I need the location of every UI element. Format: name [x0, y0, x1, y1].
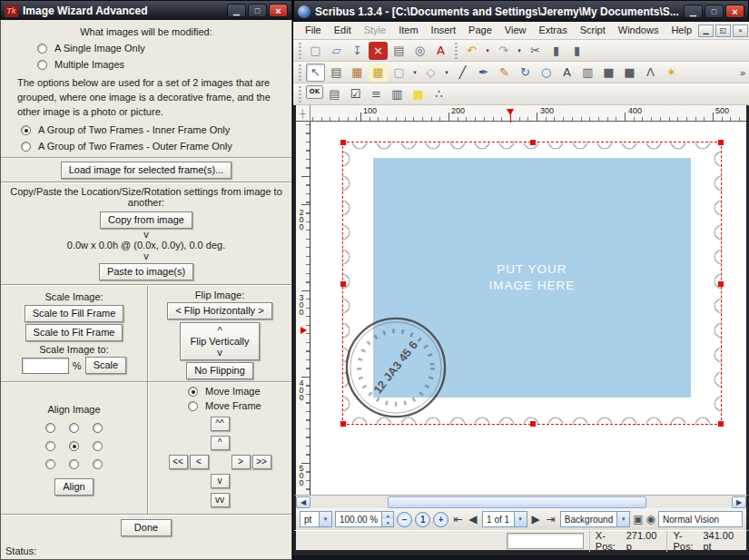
align-middle-right-radio[interactable]: [93, 441, 103, 451]
menu-help[interactable]: Help: [665, 24, 698, 37]
selection-handle[interactable]: [340, 281, 346, 287]
selection-handle[interactable]: [718, 421, 724, 427]
toolbar-grip[interactable]: [453, 43, 459, 59]
unlink-frames-icon[interactable]: ■: [620, 64, 639, 82]
zoom-spinbox[interactable]: 100.00 % ▲▼: [335, 511, 394, 527]
scale-fill-button[interactable]: Scale to Fill Frame: [25, 305, 124, 322]
zoom-tool-icon[interactable]: ○: [537, 64, 556, 82]
unit-select[interactable]: pt ▾: [300, 511, 332, 527]
toolbar-grip[interactable]: [297, 43, 303, 59]
align-bottom-center-radio[interactable]: [69, 459, 79, 469]
selection-handle[interactable]: [718, 140, 724, 145]
horizontal-scrollbar[interactable]: ◀ ▶: [293, 495, 749, 508]
vertical-ruler[interactable]: 200 300 400 500: [296, 122, 310, 495]
insert-table-icon[interactable]: ▦: [369, 64, 388, 82]
insert-polygon-icon[interactable]: ◇: [421, 64, 440, 82]
bezier-curve-icon[interactable]: ✒: [474, 64, 493, 82]
cut-icon[interactable]: ✂: [526, 42, 545, 60]
toolbar-grip[interactable]: [297, 86, 303, 103]
minimize-button[interactable]: ▁: [684, 5, 703, 18]
close-document-icon[interactable]: ×: [369, 42, 388, 60]
insert-line-icon[interactable]: ╱: [453, 64, 472, 82]
shape-dropdown-icon[interactable]: ▾: [410, 64, 419, 82]
menu-extras[interactable]: Extras: [532, 24, 573, 37]
menu-insert[interactable]: Insert: [425, 24, 463, 37]
wizard-minimize-button[interactable]: ▁: [227, 4, 246, 17]
copy-from-image-button[interactable]: Copy from image: [100, 211, 192, 229]
layer-select[interactable]: Background ▾: [560, 511, 630, 527]
toolbar-overflow-chevron[interactable]: »: [740, 67, 745, 78]
wizard-titlebar[interactable]: Tk Image Wizard Advanced ▁ □ ×: [0, 0, 292, 20]
menu-edit[interactable]: Edit: [328, 24, 358, 37]
menu-script[interactable]: Script: [574, 24, 612, 37]
outer-frame-radio[interactable]: [21, 142, 31, 152]
zoom-spin-down-icon[interactable]: ▼: [382, 519, 393, 526]
undo-icon[interactable]: ↶: [462, 42, 481, 60]
move-up-fast-button[interactable]: ^^: [211, 417, 230, 431]
ruler-origin-box[interactable]: ┼: [296, 105, 310, 122]
align-middle-left-radio[interactable]: [45, 441, 55, 451]
insert-shape-icon[interactable]: ▢: [389, 64, 409, 82]
mdi-close-button[interactable]: ×: [733, 25, 748, 37]
scale-fit-button[interactable]: Scale to Fit Frame: [25, 324, 123, 341]
zoom-out-button[interactable]: −: [397, 512, 412, 527]
menu-file[interactable]: File: [299, 24, 328, 37]
move-left-button[interactable]: <: [190, 455, 209, 469]
vision-select[interactable]: Normal Vision: [658, 511, 743, 527]
selection-outline[interactable]: [342, 142, 722, 425]
move-image-radio[interactable]: [188, 387, 198, 397]
rotate-item-icon[interactable]: ↻: [516, 64, 535, 82]
move-right-button[interactable]: >: [232, 455, 251, 469]
move-down-button[interactable]: v: [211, 474, 230, 488]
copy-properties-icon[interactable]: ✶: [662, 64, 681, 82]
paste-icon[interactable]: ▮: [567, 42, 586, 60]
layer-dropdown-icon[interactable]: ▾: [616, 512, 629, 526]
move-up-button[interactable]: ^: [211, 436, 230, 450]
new-document-icon[interactable]: ▢: [306, 42, 325, 60]
redo-dropdown-icon[interactable]: ▾: [515, 42, 524, 60]
pdf-text-field-icon[interactable]: ▤: [325, 85, 344, 103]
align-top-center-radio[interactable]: [69, 423, 79, 433]
menu-item[interactable]: Item: [392, 24, 424, 37]
previous-page-button[interactable]: ◀: [467, 513, 478, 526]
single-image-radio[interactable]: [37, 44, 47, 54]
selection-handle[interactable]: [718, 281, 724, 287]
mdi-minimize-button[interactable]: ▁: [698, 25, 714, 37]
unit-dropdown-icon[interactable]: ▾: [319, 512, 331, 526]
align-top-left-radio[interactable]: [45, 423, 55, 433]
close-button[interactable]: ×: [725, 5, 744, 18]
page-select[interactable]: 1 of 1 ▾: [482, 511, 527, 527]
selection-handle[interactable]: [530, 421, 536, 427]
zoom-in-button[interactable]: +: [433, 512, 448, 527]
load-image-button[interactable]: Load image for selected frame(s)...: [61, 162, 232, 179]
export-pdf-icon[interactable]: A: [431, 42, 450, 60]
save-document-icon[interactable]: ↧: [348, 42, 367, 60]
next-page-button[interactable]: ▶: [530, 513, 542, 526]
page-dropdown-icon[interactable]: ▾: [514, 512, 527, 526]
move-down-fast-button[interactable]: vv: [211, 493, 230, 507]
align-top-right-radio[interactable]: [93, 423, 103, 433]
print-icon[interactable]: ▤: [389, 42, 409, 60]
menu-page[interactable]: Page: [462, 24, 498, 37]
redo-icon[interactable]: ↷: [494, 42, 513, 60]
multiple-images-radio[interactable]: [37, 60, 47, 70]
wizard-close-button[interactable]: ×: [269, 4, 288, 17]
inner-frame-radio[interactable]: [21, 125, 31, 135]
move-frame-radio[interactable]: [188, 401, 198, 411]
scale-button[interactable]: Scale: [85, 357, 127, 374]
insert-text-frame-icon[interactable]: ▤: [327, 64, 346, 82]
mdi-restore-button[interactable]: ◱: [715, 25, 731, 37]
layer-color-icon[interactable]: ▣: [633, 513, 643, 526]
align-button[interactable]: Align: [54, 478, 93, 496]
measurements-icon[interactable]: Λ: [641, 64, 660, 82]
flip-horizontal-button[interactable]: < Flip Horizontally >: [167, 302, 271, 319]
freehand-line-icon[interactable]: ✎: [495, 64, 514, 82]
pdf-text-annotation-icon[interactable]: ■: [409, 85, 428, 103]
selection-handle[interactable]: [340, 421, 346, 427]
page-canvas[interactable]: PUT YOUR IMAGE HERE 12 JA3 45 6: [311, 123, 746, 495]
selection-handle[interactable]: [530, 140, 536, 145]
wizard-maximize-button[interactable]: □: [248, 4, 267, 17]
flip-vertical-button[interactable]: ^Flip Verticallyv: [180, 322, 260, 360]
pdf-combo-box-icon[interactable]: ≡: [367, 85, 386, 103]
move-left-fast-button[interactable]: <<: [169, 455, 188, 469]
